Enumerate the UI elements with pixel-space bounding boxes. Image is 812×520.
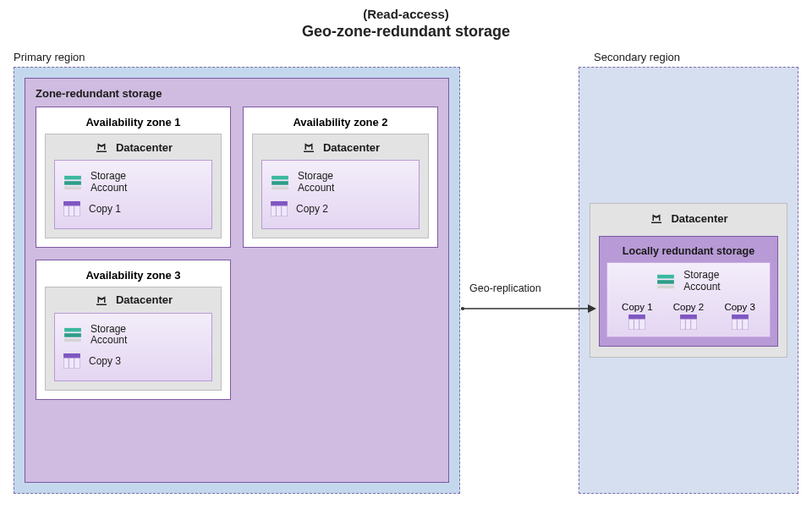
datacenter-header: Datacenter bbox=[54, 293, 212, 313]
svg-rect-24 bbox=[657, 275, 674, 279]
datacenter-icon bbox=[94, 293, 109, 308]
storage-account-icon bbox=[271, 175, 289, 190]
datacenter-icon bbox=[301, 140, 316, 155]
copy-icon bbox=[680, 315, 697, 330]
svg-rect-16 bbox=[64, 339, 81, 342]
zone-3-datacenter: Datacenter Storage Account Copy 3 bbox=[45, 287, 222, 391]
svg-rect-4 bbox=[63, 205, 80, 216]
svg-rect-27 bbox=[628, 315, 645, 319]
lrs-copy-1: Copy 1 bbox=[622, 302, 652, 330]
storage-account-text: Storage Account bbox=[298, 171, 334, 194]
copy-icon bbox=[271, 201, 288, 216]
svg-rect-25 bbox=[657, 280, 674, 284]
zone-1-storage-box: Storage Account Copy 1 bbox=[54, 160, 212, 229]
copy-icon bbox=[63, 201, 80, 216]
storage-account-text: Storage Account bbox=[91, 171, 127, 194]
svg-rect-0 bbox=[64, 176, 81, 180]
secondary-region-label: Secondary region bbox=[594, 51, 680, 63]
svg-rect-28 bbox=[628, 319, 645, 330]
storage-account-icon bbox=[63, 175, 82, 190]
geo-replication-arrow-icon bbox=[461, 299, 596, 318]
zones-grid: Availability zone 1 Datacenter Storage A… bbox=[25, 107, 448, 410]
copy-text: Copy 1 bbox=[89, 203, 121, 215]
primary-region-label: Primary region bbox=[14, 51, 85, 63]
zone-1-datacenter: Datacenter Storage Account Copy 1 bbox=[45, 134, 222, 238]
zone-1-title: Availability zone 1 bbox=[45, 112, 222, 134]
copy-label: Copy 2 bbox=[673, 302, 704, 312]
svg-rect-7 bbox=[272, 176, 288, 180]
lrs-copies-row: Copy 1 Copy 2 Copy 3 bbox=[614, 298, 763, 330]
availability-zone-3: Availability zone 3 Datacenter Storage A… bbox=[36, 260, 231, 401]
svg-rect-8 bbox=[272, 181, 288, 185]
zone-3-title: Availability zone 3 bbox=[45, 265, 222, 287]
svg-rect-15 bbox=[64, 334, 81, 338]
copy-row: Copy 3 bbox=[63, 350, 203, 372]
svg-rect-31 bbox=[680, 315, 697, 319]
lrs-box: Locally redundant storage Storage Accoun… bbox=[599, 236, 778, 347]
region-labels-row: Primary region Secondary region bbox=[0, 46, 812, 67]
copy-label: Copy 3 bbox=[724, 302, 754, 312]
datacenter-header: Datacenter bbox=[261, 140, 420, 160]
copy-text: Copy 2 bbox=[296, 203, 328, 215]
svg-rect-17 bbox=[63, 353, 80, 358]
zone-3-storage-box: Storage Account Copy 3 bbox=[54, 313, 212, 382]
svg-point-23 bbox=[461, 307, 464, 310]
copy-label: Copy 1 bbox=[622, 302, 652, 312]
svg-rect-35 bbox=[732, 315, 749, 319]
datacenter-label: Datacenter bbox=[116, 293, 173, 306]
zone-2-title: Availability zone 2 bbox=[252, 112, 429, 134]
zrs-title: Zone-redundant storage bbox=[25, 79, 448, 107]
storage-account-text: Storage Account bbox=[683, 270, 720, 293]
svg-rect-2 bbox=[64, 186, 81, 189]
copy-row: Copy 2 bbox=[271, 198, 410, 220]
lrs-title: Locally redundant storage bbox=[606, 242, 771, 262]
storage-account-icon bbox=[63, 327, 82, 342]
svg-rect-26 bbox=[657, 286, 674, 289]
geo-replication-label: Geo-replication bbox=[469, 282, 541, 294]
secondary-datacenter: Datacenter Locally redundant storage Sto… bbox=[590, 203, 787, 358]
svg-rect-18 bbox=[63, 359, 80, 369]
svg-rect-10 bbox=[271, 201, 288, 205]
storage-account-text: Storage Account bbox=[91, 324, 127, 348]
diagram-title: Geo-zone-redundant storage bbox=[0, 23, 812, 41]
svg-rect-11 bbox=[271, 205, 288, 216]
storage-account-row: Storage Account bbox=[63, 167, 203, 198]
lrs-inner: Storage Account Copy 1 Copy 2 Copy 3 bbox=[606, 262, 771, 337]
lrs-storage-account-row: Storage Account bbox=[614, 270, 763, 298]
storage-account-row: Storage Account bbox=[63, 320, 203, 351]
copy-icon bbox=[732, 315, 749, 330]
storage-account-row: Storage Account bbox=[271, 167, 410, 198]
availability-zone-2: Availability zone 2 Datacenter Storage A… bbox=[243, 107, 438, 248]
datacenter-header: Datacenter bbox=[599, 211, 778, 231]
svg-rect-32 bbox=[680, 319, 697, 330]
datacenter-label: Datacenter bbox=[671, 212, 727, 225]
svg-rect-1 bbox=[64, 181, 81, 185]
copy-row: Copy 1 bbox=[63, 198, 203, 220]
svg-rect-36 bbox=[732, 319, 749, 330]
lrs-copy-3: Copy 3 bbox=[724, 302, 754, 330]
zone-2-datacenter: Datacenter Storage Account Copy 2 bbox=[252, 134, 429, 238]
zrs-box: Zone-redundant storage Availability zone… bbox=[25, 78, 449, 483]
datacenter-label: Datacenter bbox=[116, 141, 173, 154]
zone-2-storage-box: Storage Account Copy 2 bbox=[261, 160, 420, 229]
copy-text: Copy 3 bbox=[89, 355, 121, 367]
storage-account-icon bbox=[656, 274, 675, 289]
datacenter-icon bbox=[94, 140, 109, 155]
svg-rect-14 bbox=[64, 328, 81, 332]
copy-icon bbox=[63, 353, 80, 369]
primary-region: Zone-redundant storage Availability zone… bbox=[14, 67, 460, 494]
diagram-header: (Read-access) Geo-zone-redundant storage bbox=[0, 0, 812, 46]
svg-rect-9 bbox=[272, 186, 288, 189]
lrs-copy-2: Copy 2 bbox=[673, 302, 704, 330]
datacenter-label: Datacenter bbox=[323, 141, 380, 154]
datacenter-header: Datacenter bbox=[54, 140, 212, 160]
diagram-subtitle: (Read-access) bbox=[0, 7, 812, 21]
regions-container: Zone-redundant storage Availability zone… bbox=[0, 67, 812, 506]
secondary-region: Datacenter Locally redundant storage Sto… bbox=[579, 67, 798, 494]
copy-icon bbox=[628, 315, 645, 330]
datacenter-icon bbox=[649, 211, 664, 226]
svg-rect-3 bbox=[63, 201, 80, 205]
availability-zone-1: Availability zone 1 Datacenter Storage A… bbox=[36, 107, 231, 248]
